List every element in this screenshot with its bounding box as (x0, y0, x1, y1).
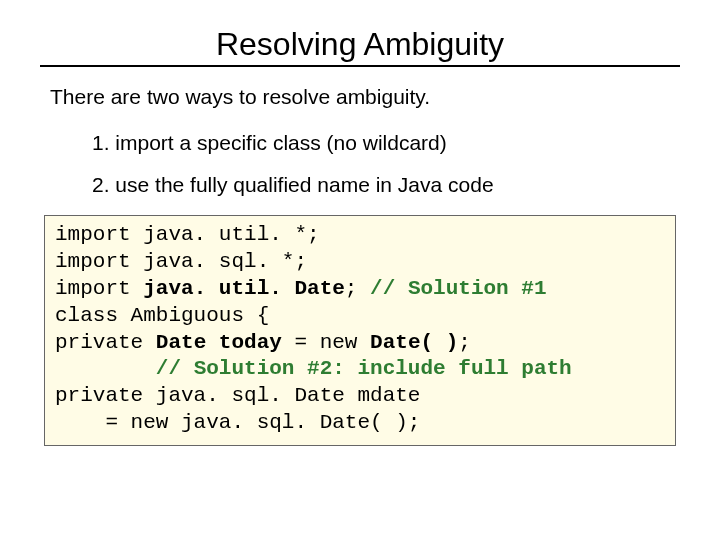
page-title: Resolving Ambiguity (40, 26, 680, 63)
code-block: import java. util. *; import java. sql. … (44, 215, 676, 446)
code-line-3a: import (55, 277, 143, 300)
code-line-5b: Date today (156, 331, 282, 354)
code-line-3b: java. util. Date (143, 277, 345, 300)
code-line-8: = new java. sql. Date( ); (55, 411, 420, 434)
code-line-2: import java. sql. *; (55, 250, 307, 273)
code-line-6a (55, 357, 156, 380)
code-line-4: class Ambiguous { (55, 304, 269, 327)
code-line-5e: ; (458, 331, 471, 354)
title-underline (40, 65, 680, 67)
code-line-5a: private (55, 331, 156, 354)
point-2: 2. use the fully qualified name in Java … (92, 173, 680, 197)
slide: Resolving Ambiguity There are two ways t… (0, 0, 720, 540)
points-list: 1. import a specific class (no wildcard)… (92, 131, 680, 197)
code-comment-1: // Solution #1 (370, 277, 546, 300)
point-1: 1. import a specific class (no wildcard) (92, 131, 680, 155)
code-comment-2: // Solution #2: include full path (156, 357, 572, 380)
code-line-1: import java. util. *; (55, 223, 320, 246)
code-line-5d: Date( ) (370, 331, 458, 354)
code-line-5c: = new (282, 331, 370, 354)
intro-text: There are two ways to resolve ambiguity. (50, 85, 680, 109)
code-line-7: private java. sql. Date mdate (55, 384, 420, 407)
code-line-3c: ; (345, 277, 370, 300)
